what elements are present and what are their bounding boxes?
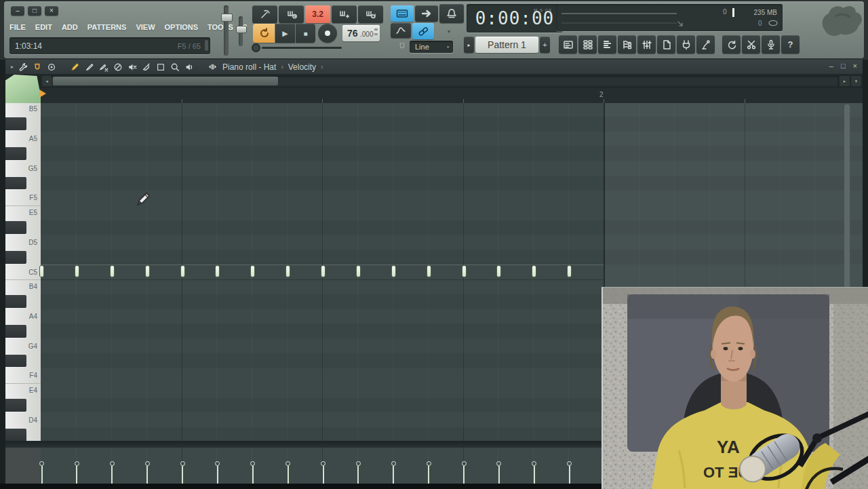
velocity-head[interactable] — [356, 461, 361, 466]
zoom-tool-icon[interactable] — [170, 62, 180, 72]
horizontal-scrollbar-thumb[interactable] — [53, 77, 278, 85]
wait-for-input-button[interactable] — [279, 5, 304, 23]
velocity-head[interactable] — [75, 461, 79, 466]
typing-keyboard-button[interactable] — [391, 5, 414, 22]
pattern-prev-button[interactable]: ▸ — [464, 37, 474, 53]
note[interactable] — [180, 265, 185, 277]
record-button[interactable] — [318, 24, 337, 43]
delete-tool-icon[interactable] — [113, 62, 123, 72]
maximize-button[interactable]: □ — [28, 6, 41, 16]
note[interactable] — [427, 265, 431, 277]
pattern-selector[interactable]: Pattern 1 — [475, 37, 538, 53]
velocity-stem[interactable] — [76, 466, 77, 484]
velocity-head[interactable] — [110, 461, 115, 466]
song-loop-button[interactable] — [253, 24, 275, 43]
mixer-button[interactable] — [637, 35, 656, 54]
project-notes-button[interactable] — [657, 35, 675, 54]
piano-key-black[interactable] — [5, 295, 26, 308]
loop-record-button[interactable] — [358, 5, 383, 23]
metronome-dropdown-icon[interactable]: ▾ — [448, 28, 450, 35]
velocity-stem[interactable] — [393, 466, 394, 484]
velocity-stem[interactable] — [217, 466, 218, 484]
slice-tool-icon[interactable] — [142, 62, 151, 72]
piano-key-black[interactable] — [5, 147, 26, 160]
cut-tool-button[interactable] — [742, 35, 760, 54]
paint-drum-tool-icon[interactable] — [99, 62, 108, 72]
note[interactable] — [75, 265, 79, 277]
note[interactable] — [110, 265, 115, 277]
piano-key-black[interactable] — [5, 251, 26, 264]
piano-key-black[interactable] — [5, 429, 26, 442]
mute-tool-icon[interactable] — [127, 62, 137, 72]
menu-edit[interactable]: EDIT — [35, 23, 52, 31]
velocity-stem[interactable] — [111, 466, 113, 484]
piano-roll-title[interactable]: Piano roll - Hat — [222, 62, 276, 72]
piano-key-black[interactable] — [5, 117, 26, 130]
velocity-head[interactable] — [391, 461, 396, 466]
record-audio-button[interactable] — [762, 35, 780, 54]
metronome-button[interactable] — [439, 4, 464, 23]
playhead-marker[interactable] — [39, 90, 46, 98]
song-position-knob[interactable] — [252, 43, 260, 52]
close-button[interactable]: × — [45, 6, 58, 16]
piano-key-black[interactable] — [5, 355, 26, 368]
velocity-stem[interactable] — [323, 466, 324, 484]
velocity-head[interactable] — [145, 461, 150, 466]
tempo-display[interactable]: 76 .000 — [342, 25, 380, 41]
loop-record-link-button[interactable] — [412, 23, 434, 39]
velocity-stem[interactable] — [288, 466, 289, 484]
master-volume-knob[interactable] — [221, 14, 233, 22]
note[interactable] — [285, 265, 290, 277]
velocity-stem[interactable] — [569, 466, 570, 484]
stop-button[interactable]: ■ — [296, 24, 315, 43]
piano-key-black[interactable] — [5, 325, 26, 338]
note[interactable] — [39, 265, 44, 277]
menu-view[interactable]: VIEW — [136, 23, 155, 31]
note[interactable] — [567, 265, 572, 277]
velocity-stem[interactable] — [146, 466, 148, 484]
velocity-stem[interactable] — [182, 466, 183, 484]
step-edit-button[interactable] — [252, 5, 277, 23]
tempo-up-nub[interactable] — [374, 28, 378, 31]
note[interactable] — [356, 265, 361, 277]
note[interactable] — [145, 265, 150, 277]
menu-options[interactable]: OPTIONS — [165, 23, 199, 31]
piano-key-black[interactable] — [5, 399, 26, 412]
piano-keyboard[interactable]: B5A5G5F5E5D5C5B4A4G4F4E4D4 — [5, 103, 42, 441]
master-pitch-knob[interactable] — [236, 26, 247, 33]
piano-key-black[interactable] — [5, 221, 26, 234]
velocity-stem[interactable] — [463, 466, 465, 484]
song-position-track[interactable] — [262, 47, 342, 49]
blend-notes-button[interactable] — [391, 23, 411, 38]
pattern-add-button[interactable]: + — [540, 37, 550, 53]
note[interactable] — [496, 265, 501, 277]
velocity-head[interactable] — [427, 461, 431, 466]
overdub-button[interactable] — [332, 5, 357, 23]
plugin-picker-button[interactable] — [677, 35, 695, 54]
note[interactable] — [391, 265, 396, 277]
zoom-toggle-button[interactable]: ▾ — [851, 76, 861, 86]
snap-selector[interactable]: Line ▸ — [410, 41, 453, 53]
step-record-arrow-button[interactable] — [415, 5, 438, 22]
velocity-head[interactable] — [39, 461, 44, 466]
tempo-down-nub[interactable] — [374, 33, 378, 35]
piano-roll-corner-handle[interactable] — [5, 75, 42, 103]
note[interactable] — [215, 265, 220, 277]
select-tool-icon[interactable] — [156, 62, 165, 72]
paint-tool-icon[interactable] — [85, 62, 94, 72]
velocity-stem[interactable] — [357, 466, 359, 484]
velocity-stem[interactable] — [428, 466, 429, 484]
window-menu-icon[interactable]: ▸ — [11, 64, 14, 70]
close-icon[interactable]: × — [853, 62, 857, 70]
maximize-icon[interactable]: □ — [841, 62, 846, 70]
countdown-button[interactable]: 3.2 — [305, 5, 330, 23]
note[interactable] — [250, 265, 255, 277]
velocity-stem[interactable] — [534, 466, 535, 484]
velocity-stem[interactable] — [498, 466, 500, 484]
channel-rack-button[interactable] — [578, 35, 597, 54]
minimize-icon[interactable]: – — [829, 62, 833, 70]
touch-controller-button[interactable] — [696, 35, 715, 54]
menu-tools[interactable]: TOOLS — [208, 23, 233, 31]
playlist-button[interactable] — [559, 35, 577, 54]
typing-to-piano-button[interactable] — [722, 35, 741, 54]
